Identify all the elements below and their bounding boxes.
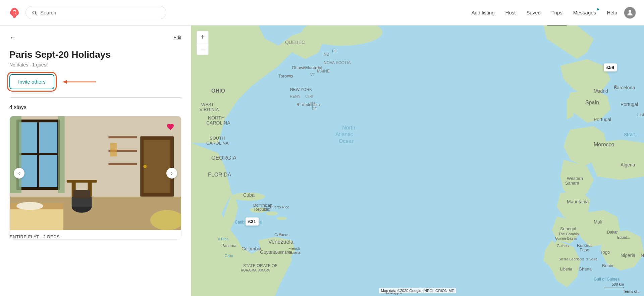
svg-text:Cote d'Ivoire: Cote d'Ivoire [577,257,597,261]
prev-image-button[interactable]: ‹ [14,168,24,179]
svg-point-2 [629,10,631,13]
wishlist-heart[interactable] [165,121,176,132]
back-button[interactable]: ← [9,34,16,41]
svg-text:Sierra Leone: Sierra Leone [558,257,580,261]
svg-rect-29 [110,143,117,156]
map-svg: OHIO WEST VIRGINIA NORTH CAROLINA SOUTH … [191,26,644,296]
stays-count: 4 stays [9,104,181,110]
search-bar[interactable] [25,6,166,19]
svg-point-116 [614,231,616,233]
svg-point-68 [318,66,320,68]
next-image-button[interactable]: › [166,168,177,179]
svg-text:Panama: Panama [221,243,236,248]
svg-text:PENN: PENN [290,94,301,98]
svg-text:CAROLINA: CAROLINA [206,141,229,146]
nav-help[interactable]: Help [603,7,621,18]
svg-text:GEORGIA: GEORGIA [211,155,236,161]
svg-point-88 [596,90,598,92]
left-panel: ← Edit Paris Sept-20 Holidays No dates ·… [0,26,191,296]
invite-section: Invite others [9,74,181,89]
svg-text:VIRGINIA: VIRGINIA [200,107,219,112]
svg-text:Guyana: Guyana [260,249,276,255]
listing-card: ‹ › ENTIRE FLAT · 2 BEDS [9,116,181,240]
map-attribution: Map data ©2020 Google, INEGI, ORION-ME [379,288,456,293]
map-terms-link[interactable]: Terms of ... [623,289,641,293]
price-bubble-2[interactable]: £31 [246,217,259,226]
svg-point-75 [289,75,291,77]
svg-text:Philadelphia: Philadelphia [298,102,320,107]
svg-text:DE: DE [312,107,317,111]
listing-image: ‹ › [10,116,181,230]
messages-notification-dot [597,8,599,10]
zoom-controls: + − [197,31,209,55]
svg-text:Western: Western [567,176,583,181]
section-divider [9,97,181,98]
map-scale-bar [604,287,624,288]
svg-point-66 [303,66,305,68]
nav-trips[interactable]: Trips [547,7,567,18]
svg-text:OHIO: OHIO [211,88,225,94]
svg-text:CAROLINA: CAROLINA [206,120,230,126]
zoom-out-button[interactable]: − [197,43,209,55]
svg-text:Madrid: Madrid [594,88,608,94]
svg-text:MAINE: MAINE [317,69,330,73]
svg-point-15 [143,165,147,168]
svg-text:NORTH: NORTH [208,115,225,120]
svg-text:Spain: Spain [585,100,599,105]
svg-text:Ghana: Ghana [579,266,592,272]
nav-host[interactable]: Host [501,7,520,18]
nav-add-listing[interactable]: Add listing [467,7,498,18]
listing-type-label: ENTIRE FLAT · 2 BEDS [10,230,181,239]
invite-others-button[interactable]: Invite others [9,74,54,89]
svg-line-1 [35,13,36,14]
price-bubble-1[interactable]: £59 [604,63,617,71]
svg-text:QUEBEC: QUEBEC [285,40,305,45]
header: Add listing Host Saved Trips Messages He… [0,0,644,26]
svg-point-80 [297,103,299,105]
svg-text:Liberia: Liberia [560,267,572,272]
svg-rect-14 [144,140,170,193]
svg-text:RORAIMA: RORAIMA [241,268,257,272]
svg-text:Atlantic: Atlantic [335,132,353,137]
svg-text:NEW YORK: NEW YORK [290,87,312,92]
nav-saved[interactable]: Saved [522,7,545,18]
arrow-indicator [60,77,100,87]
search-icon [32,10,37,15]
svg-rect-25 [10,207,63,230]
svg-rect-24 [108,163,137,165]
svg-text:Benin: Benin [602,263,613,268]
svg-text:Nigeria: Nigeria [621,253,636,258]
svg-rect-11 [10,116,21,193]
zoom-in-button[interactable]: + [197,31,209,43]
svg-point-119 [279,233,281,235]
svg-rect-21 [73,190,90,198]
svg-marker-4 [63,80,67,84]
header-left [8,6,166,19]
svg-text:Portugal: Portugal [621,102,638,107]
svg-text:Equat...: Equat... [617,235,630,239]
svg-text:Senegal: Senegal [560,226,576,231]
map-scale: 500 km [604,282,624,288]
svg-text:Mali: Mali [594,219,602,225]
svg-rect-10 [19,153,57,155]
svg-text:The Gambia: The Gambia [558,232,579,236]
map-panel: OHIO WEST VIRGINIA NORTH CAROLINA SOUTH … [191,26,644,296]
svg-text:Morocco: Morocco [594,142,614,147]
svg-text:Guinea-Bissau: Guinea-Bissau [555,237,577,240]
header-nav: Add listing Host Saved Trips Messages He… [467,7,636,19]
svg-text:NJ: NJ [310,101,315,105]
search-input[interactable] [40,10,160,15]
svg-text:STATE OF: STATE OF [258,263,277,268]
svg-text:CTRI: CTRI [305,95,313,98]
svg-point-86 [614,85,616,87]
svg-rect-12 [58,116,65,193]
svg-text:Guiana: Guiana [288,250,301,254]
svg-text:WEST: WEST [201,102,214,107]
nav-messages[interactable]: Messages [569,7,600,18]
svg-point-33 [266,211,278,215]
svg-rect-23 [108,136,137,138]
airbnb-logo[interactable] [8,7,20,19]
svg-text:Lisbon: Lisbon [637,112,644,117]
avatar[interactable] [624,7,636,19]
edit-link[interactable]: Edit [173,35,181,40]
